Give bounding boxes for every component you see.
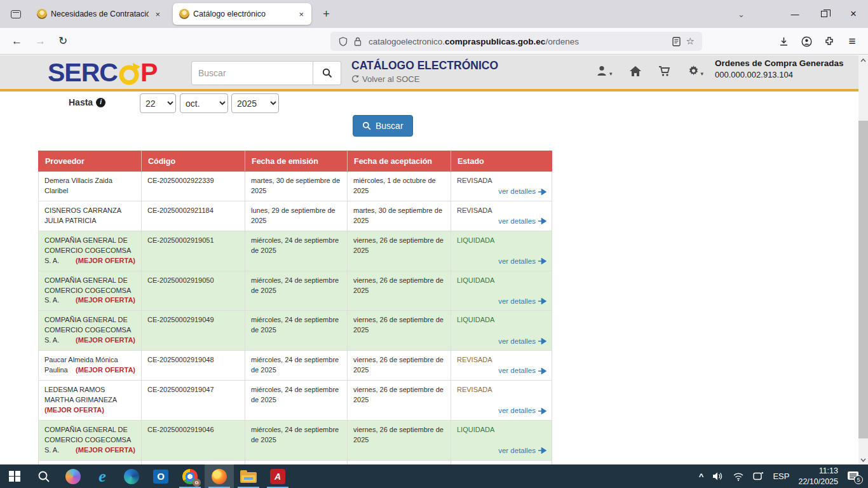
codigo-text: CE-20250002921184 <box>142 201 245 231</box>
tab-title: Necesidades de Contratación y <box>51 10 149 18</box>
scroll-up-icon[interactable] <box>858 55 868 65</box>
info-icon[interactable]: i <box>96 98 105 107</box>
sercop-logo[interactable]: SERC P <box>48 58 157 88</box>
user-menu-icon[interactable]: ▾ <box>596 65 613 77</box>
month-select[interactable]: oct. <box>180 93 228 113</box>
codigo-text: CE-20250002919050 <box>142 271 245 311</box>
clock[interactable]: 11:13 22/10/2025 <box>798 466 838 487</box>
ver-detalles-link[interactable]: ver detalles <box>498 256 546 267</box>
ver-detalles-link[interactable]: ver detalles <box>498 186 546 197</box>
arrow-right-icon <box>538 218 546 224</box>
vertical-scrollbar[interactable] <box>858 55 868 464</box>
wifi-icon[interactable] <box>733 472 744 481</box>
volver-soce-link[interactable]: Volver al SOCE <box>351 74 419 84</box>
minimize-button[interactable]: — <box>780 0 810 28</box>
emision-text: miércoles, 24 de septiembre de 2025 <box>245 381 348 421</box>
edge-icon[interactable] <box>117 464 146 488</box>
close-window-button[interactable]: × <box>839 0 868 28</box>
outlook-icon[interactable]: O <box>146 464 175 488</box>
ver-detalles-link[interactable]: ver detalles <box>498 445 546 456</box>
back-icon[interactable]: ← <box>5 32 29 50</box>
estado-badge: LIQUIDADA <box>457 316 494 323</box>
tab-catalogo[interactable]: Catálogo electrónico × <box>173 3 311 25</box>
estado-badge: REVISADA <box>457 207 492 214</box>
reader-mode-icon[interactable] <box>672 37 681 46</box>
table-row: COMPAÑIA GENERAL DE COMERCIO COGECOMSA S… <box>39 271 552 311</box>
orders-generated-count: 000.000.002.913.104 <box>715 70 855 79</box>
ver-detalles-link[interactable]: ver detalles <box>498 296 546 307</box>
table-row: Paucar Almeida Mónica Paulina (MEJOR OFE… <box>39 351 552 381</box>
proveedor-text: LEDESMA RAMOS MARTHA GRIMANEZA <box>44 386 116 403</box>
estado-badge: LIQUIDADA <box>457 236 494 244</box>
ver-detalles-link[interactable]: ver detalles <box>498 405 546 416</box>
start-button[interactable] <box>0 464 29 488</box>
internet-explorer-icon[interactable]: e <box>88 464 117 488</box>
hasta-label: Hasta i <box>69 97 105 107</box>
emision-text: miércoles, 24 de septiembre de 2025 <box>245 231 348 271</box>
chrome-icon[interactable]: G <box>175 464 205 488</box>
cart-icon[interactable] <box>658 65 671 77</box>
file-explorer-icon[interactable] <box>234 464 263 488</box>
day-select[interactable]: 22 <box>140 93 176 113</box>
estado-badge: REVISADA <box>457 386 492 393</box>
buscar-button[interactable]: Buscar <box>353 115 413 137</box>
ver-detalles-link[interactable]: ver detalles <box>498 216 546 227</box>
arrow-right-icon <box>538 189 546 195</box>
restore-button[interactable] <box>810 0 839 28</box>
scroll-down-icon[interactable] <box>858 455 868 464</box>
table-row: COMPAÑIA GENERAL DE COMERCIO COGECOMSA S… <box>39 231 552 271</box>
notification-center-icon[interactable]: 5 <box>847 471 859 482</box>
tab-close-icon[interactable]: × <box>153 8 163 20</box>
taskbar-search-icon[interactable] <box>29 464 58 488</box>
ver-detalles-link[interactable]: ver detalles <box>498 365 546 376</box>
downloads-icon[interactable] <box>774 32 793 51</box>
codigo-text: CE-20250002919049 <box>142 311 245 351</box>
language-indicator[interactable]: ESP <box>773 471 789 481</box>
extensions-icon[interactable] <box>820 32 839 51</box>
firefox-view-icon[interactable] <box>6 5 25 23</box>
aceptacion-text: viernes, 26 de septiembre de 2025 <box>348 460 451 464</box>
browser-tab-strip: Necesidades de Contratación y × Catálogo… <box>0 0 868 28</box>
volume-icon[interactable] <box>712 471 724 481</box>
emision-text: miércoles, 24 de septiembre de 2025 <box>245 351 348 381</box>
col-proveedor: Proveedor <box>39 151 142 172</box>
arrow-right-icon <box>538 258 546 264</box>
page-title: CATÁLOGO ELECTRÓNICO <box>351 59 498 72</box>
menu-icon[interactable]: ≡ <box>843 32 862 51</box>
emision-text: miércoles, 24 de septiembre de 2025 <box>245 271 348 311</box>
account-icon[interactable] <box>797 32 816 51</box>
search-button[interactable] <box>313 61 341 85</box>
bookmark-star-icon[interactable]: ☆ <box>686 36 695 47</box>
table-row: LEDESMA RAMOS MARTHA GRIMANEZA (MEJOR OF… <box>39 381 552 421</box>
shield-icon[interactable] <box>339 37 348 46</box>
meet-now-icon[interactable] <box>753 471 764 481</box>
ver-detalles-link[interactable]: ver detalles <box>498 336 546 347</box>
acrobat-icon[interactable]: A <box>263 464 292 488</box>
notification-count-badge: 5 <box>854 475 863 484</box>
scrollbar-thumb[interactable] <box>858 121 868 438</box>
home-icon[interactable] <box>629 65 642 77</box>
lock-icon[interactable] <box>354 37 362 46</box>
estado-badge: LIQUIDADA <box>457 276 494 284</box>
tab-necesidades[interactable]: Necesidades de Contratación y × <box>31 3 168 25</box>
url-bar[interactable]: catalogoelectronico.compraspublicas.gob.… <box>330 32 702 51</box>
firefox-icon[interactable] <box>205 464 234 488</box>
codigo-text: CE-20250002919046 <box>142 420 245 460</box>
list-all-tabs-icon[interactable]: ⌄ <box>738 10 745 19</box>
table-row: COMPAÑIA GENERAL DE COMERCIO COGECOMSA S… <box>39 420 552 460</box>
tray-expand-icon[interactable]: ^ <box>699 471 704 481</box>
codigo-text: CE-20250002919045 <box>142 460 245 464</box>
url-text[interactable]: catalogoelectronico.compraspublicas.gob.… <box>369 37 669 46</box>
emision-text: miércoles, 24 de septiembre de 2025 <box>245 311 348 351</box>
year-select[interactable]: 2025 <box>231 93 279 113</box>
copilot-icon[interactable] <box>58 464 88 488</box>
table-header-row: Proveedor Código Fecha de emisión Fecha … <box>39 151 552 172</box>
reload-icon[interactable]: ↻ <box>52 32 74 50</box>
new-tab-button[interactable]: + <box>318 7 335 21</box>
search-input[interactable] <box>191 61 313 85</box>
ecuador-favicon-icon <box>179 9 189 19</box>
page-content: SERC P CATÁLOGO ELECTRÓNICO Volver al SO… <box>0 55 858 464</box>
settings-gear-icon[interactable]: ▾ <box>688 65 704 77</box>
tab-close-icon[interactable]: × <box>296 8 306 20</box>
proveedor-text: CISNEROS CARRANZA JULIA PATRICIA <box>44 207 121 224</box>
